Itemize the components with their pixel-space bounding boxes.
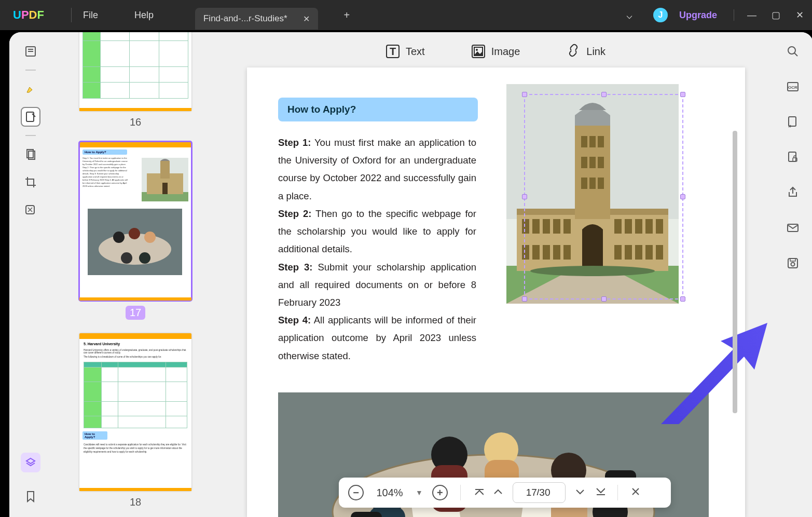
zoom-nav-dock: − 104% ▼ + / 30 <box>339 478 671 508</box>
document-area: T Text Image Link How to Apply? Step 1: … <box>219 32 773 517</box>
app-logo: UPDF <box>13 8 44 22</box>
page-input[interactable] <box>517 487 537 498</box>
zoom-out-button[interactable]: − <box>348 485 364 500</box>
svg-text:OCR: OCR <box>788 85 797 90</box>
divider <box>71 8 72 22</box>
convert-icon[interactable] <box>783 112 803 132</box>
thumb-number-active: 17 <box>126 306 145 320</box>
svg-point-16 <box>144 232 156 243</box>
page-number-box[interactable]: / 30 <box>513 482 566 503</box>
text-icon: T <box>386 45 400 58</box>
email-icon[interactable] <box>783 218 803 238</box>
protect-icon[interactable] <box>783 147 803 167</box>
save-icon[interactable] <box>783 253 803 273</box>
svg-point-20 <box>476 49 478 51</box>
search-icon[interactable] <box>783 42 803 61</box>
thumbnail-page-18[interactable]: 5. Harvard University Harvard University… <box>79 333 191 491</box>
svg-rect-87 <box>789 152 796 161</box>
svg-point-15 <box>129 228 140 239</box>
mini-body-text: Step 1: You must first make an applicati… <box>82 157 128 188</box>
thumbnail-panel: 16 How to Apply? Step 1: You must first … <box>52 32 219 517</box>
titlebar: UPDF File Help Find-and-...r-Studies* ✕ … <box>0 0 812 30</box>
page-canvas[interactable]: How to Apply? Step 1: You must first mak… <box>247 67 745 517</box>
left-rail <box>9 32 52 517</box>
zoom-value[interactable]: 104% <box>375 487 404 499</box>
edit-toolbar: T Text Image Link <box>219 32 773 71</box>
mini-photo-building <box>142 158 188 201</box>
menu-file[interactable]: File <box>83 10 98 21</box>
tab-label: Find-and-...r-Studies* <box>203 13 287 24</box>
tool-image[interactable]: Image <box>472 45 520 58</box>
mini-heading: 5. Harvard University <box>79 339 191 349</box>
menu-help[interactable]: Help <box>134 10 154 21</box>
svg-point-82 <box>788 47 795 54</box>
zoom-dropdown-icon[interactable]: ▼ <box>416 488 423 497</box>
svg-point-18 <box>139 252 150 264</box>
divider <box>25 70 36 71</box>
thumbnail-page-17[interactable]: How to Apply? Step 1: You must first mak… <box>79 142 191 301</box>
first-page-button[interactable] <box>473 486 484 499</box>
new-tab-button[interactable]: + <box>344 9 350 21</box>
howto-chip: How to Apply? <box>278 98 478 121</box>
upgrade-button[interactable]: Upgrade <box>679 10 717 21</box>
tool-label: Text <box>406 46 425 58</box>
next-page-button[interactable] <box>575 486 585 499</box>
mini-howto-chip: How to Apply? <box>82 431 107 440</box>
svg-rect-92 <box>790 258 795 261</box>
mini-photo-students <box>88 209 182 275</box>
mini-howto-chip: How to Apply? <box>82 149 127 155</box>
divider <box>617 485 618 500</box>
svg-rect-10 <box>160 161 170 179</box>
vertical-scrollbar[interactable] <box>733 131 737 413</box>
document-tab[interactable]: Find-and-...r-Studies* ✕ <box>195 8 318 30</box>
chevron-down-icon[interactable]: ⌵ <box>626 9 632 21</box>
maximize-button[interactable]: ▢ <box>769 9 782 21</box>
close-button[interactable]: ✕ <box>793 9 806 21</box>
pages-icon[interactable] <box>21 144 40 164</box>
tools-icon[interactable] <box>21 200 40 220</box>
body-text: Step 1: You must first make an applicati… <box>278 134 476 365</box>
svg-point-14 <box>113 232 125 243</box>
svg-point-17 <box>121 252 132 264</box>
mini-footnote: Candidates will need to submit a separat… <box>79 442 191 454</box>
workspace: 16 How to Apply? Step 1: You must first … <box>9 32 812 517</box>
share-icon[interactable] <box>783 183 803 202</box>
tool-label: Link <box>586 46 605 58</box>
minimize-button[interactable]: — <box>746 10 758 21</box>
svg-rect-78 <box>351 512 382 517</box>
image-selection-box[interactable] <box>524 94 683 300</box>
svg-line-83 <box>794 53 797 56</box>
prev-page-button[interactable] <box>493 486 503 499</box>
thumb-number: 16 <box>67 116 203 128</box>
reader-icon[interactable] <box>21 42 40 61</box>
mini-listline: The following is a breakdown of some of … <box>79 354 191 360</box>
right-rail: OCR <box>773 32 812 517</box>
avatar[interactable]: J <box>653 8 668 22</box>
svg-point-91 <box>791 263 795 266</box>
thumbnail-page-16[interactable] <box>79 32 191 111</box>
divider <box>25 135 36 136</box>
layers-icon[interactable] <box>21 453 40 472</box>
thumb-number: 18 <box>67 496 203 508</box>
ocr-icon[interactable]: OCR <box>783 77 803 97</box>
tool-link[interactable]: Link <box>567 44 605 60</box>
svg-rect-86 <box>789 117 796 126</box>
last-page-button[interactable] <box>595 486 605 499</box>
bookmark-icon[interactable] <box>21 487 40 507</box>
divider <box>460 485 461 500</box>
tool-label: Image <box>491 46 520 58</box>
edit-icon[interactable] <box>21 107 40 127</box>
close-dock-button[interactable] <box>630 486 641 499</box>
tool-text[interactable]: T Text <box>386 45 425 58</box>
mini-subtitle: Harvard University offers a variety of u… <box>79 349 191 354</box>
crop-icon[interactable] <box>21 172 40 192</box>
close-icon[interactable]: ✕ <box>303 14 310 24</box>
image-icon <box>472 45 485 58</box>
divider <box>734 9 734 21</box>
link-icon <box>567 44 580 60</box>
svg-rect-11 <box>162 183 168 194</box>
highlighter-icon[interactable] <box>21 79 40 99</box>
zoom-in-button[interactable]: + <box>432 485 448 500</box>
page-total: 30 <box>539 487 550 498</box>
